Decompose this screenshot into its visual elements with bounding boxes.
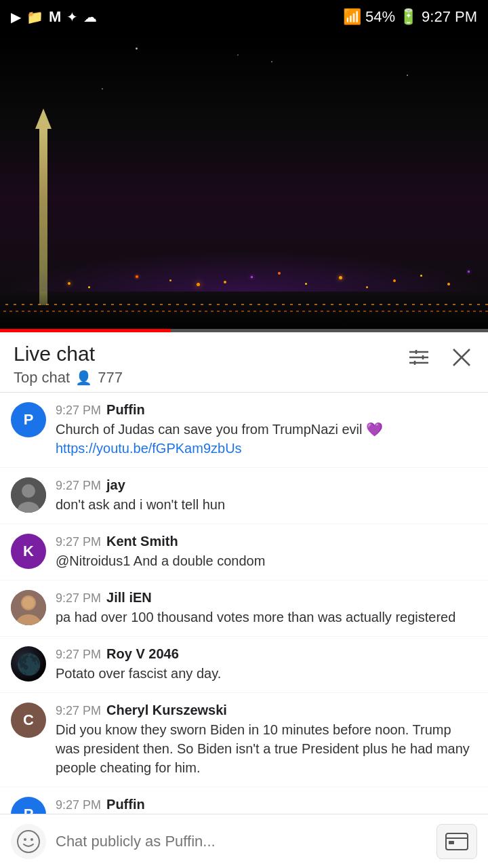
chat-input[interactable] [56,825,427,859]
svg-point-14 [22,597,35,609]
emoji-button[interactable] [11,824,46,859]
folder-icon: 📁 [26,9,43,25]
chat-header-left: Live chat Top chat 👤 777 [14,342,123,387]
video-content [0,34,488,332]
message-author: Roy V 2046 [106,646,179,662]
message-text: pa had over 100 thousand votes more than… [56,608,477,627]
avatar: 🌑 [11,646,46,682]
message-meta: 9:27 PM Puffin [56,797,477,812]
avatar: K [11,534,46,569]
wifi-icon: 📶 [343,8,361,26]
chat-message: C 9:27 PM Cheryl Kurszewski Did you know… [0,693,488,787]
message-text: @Nitroidus1 And a double condom [56,551,477,570]
message-time: 9:27 PM [56,403,101,418]
message-time: 9:27 PM [56,648,101,662]
message-content: 9:27 PM jay don't ask and i won't tell h… [56,477,477,514]
status-right-info: 📶 54% 🔋 9:27 PM [343,8,477,26]
message-time: 9:27 PM [56,591,101,606]
message-meta: 9:27 PM Puffin [56,402,477,418]
avatar [11,590,46,625]
message-content: 9:27 PM Puffin Church of Judas can save … [56,402,477,458]
chat-message: 🌑 9:27 PM Roy V 2046 Potato over fascist… [0,637,488,693]
message-author: Puffin [106,797,145,812]
battery-icon: 🔋 [399,8,418,26]
message-author: Jill iEN [106,590,152,606]
message-meta: 9:27 PM jay [56,477,477,493]
message-text: don't ask and i won't tell hun [56,495,477,514]
status-left-icons: ▶ 📁 M ✦ ☁ [11,8,97,26]
time-display: 9:27 PM [422,8,477,26]
avatar [11,477,46,513]
top-chat-label[interactable]: Top chat [14,369,70,387]
filter-button[interactable] [405,345,432,370]
city-lights [0,210,488,332]
avatar: P [11,402,46,437]
chat-header-right [405,344,474,370]
youtube-icon: ▶ [11,9,21,25]
chat-message: 9:27 PM Jill iEN pa had over 100 thousan… [0,580,488,637]
video-progress-fill [0,329,171,332]
chat-message: K 9:27 PM Kent Smith @Nitroidus1 And a d… [0,524,488,580]
chat-subtitle: Top chat 👤 777 [14,369,123,387]
message-text: Potato over fascist any day. [56,664,477,683]
message-text: Did you know they sworn Biden in 10 minu… [56,720,477,777]
message-content: 9:27 PM Cheryl Kurszewski Did you know t… [56,703,477,777]
svg-point-15 [18,831,39,852]
chat-title: Live chat [14,342,123,366]
message-meta: 9:27 PM Cheryl Kurszewski [56,703,477,718]
message-content: 9:27 PM Roy V 2046 Potato over fascist a… [56,646,477,683]
close-button[interactable] [449,344,474,370]
svg-rect-20 [449,841,454,844]
chat-header: Live chat Top chat 👤 777 [0,332,488,393]
message-time: 9:27 PM [56,798,101,812]
message-text: Church of Judas can save you from TrumpN… [56,420,477,458]
message-time: 9:27 PM [56,704,101,718]
message-author: Puffin [106,402,145,418]
chat-message: 9:27 PM jay don't ask and i won't tell h… [0,468,488,524]
super-chat-button[interactable] [436,824,477,859]
message-meta: 9:27 PM Roy V 2046 [56,646,477,662]
message-time: 9:27 PM [56,535,101,549]
refresh-icon: ✦ [66,9,78,25]
chat-messages: P 9:27 PM Puffin Church of Judas can sav… [0,393,488,844]
message-content: 9:27 PM Jill iEN pa had over 100 thousan… [56,590,477,627]
video-progress-bar[interactable] [0,329,488,332]
avatar: C [11,703,46,738]
message-time: 9:27 PM [56,479,101,493]
message-meta: 9:27 PM Kent Smith [56,534,477,549]
cloud-icon: ☁ [83,9,97,25]
chat-section: Live chat Top chat 👤 777 [0,332,488,868]
status-bar: ▶ 📁 M ✦ ☁ 📶 54% 🔋 9:27 PM [0,0,488,34]
message-meta: 9:27 PM Jill iEN [56,590,477,606]
battery-percent: 54% [365,8,395,26]
chat-message: P 9:27 PM Puffin Church of Judas can sav… [0,393,488,468]
viewers-count: 777 [98,369,123,387]
svg-point-16 [24,838,26,841]
chat-input-bar [0,814,488,868]
message-author: jay [106,477,125,493]
message-content: 9:27 PM Kent Smith @Nitroidus1 And a dou… [56,534,477,570]
svg-point-17 [30,838,33,841]
message-author: Kent Smith [106,534,178,549]
video-player[interactable] [0,34,488,332]
viewers-icon: 👤 [75,370,92,386]
message-author: Cheryl Kurszewski [106,703,227,718]
svg-point-9 [22,484,35,498]
m-icon: M [49,8,61,26]
